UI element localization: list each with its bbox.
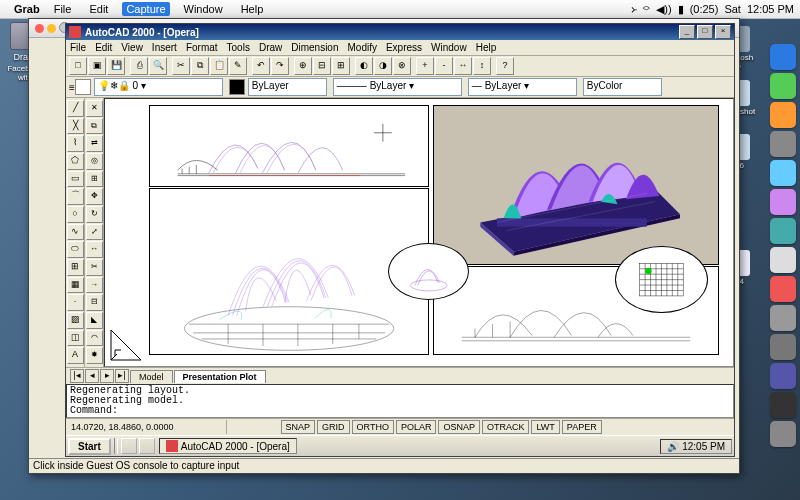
viewport-elevation[interactable] [149,105,429,187]
dock-app-icon[interactable] [770,102,796,128]
tab-prev-button[interactable]: ◂ [85,369,99,383]
volume-icon[interactable]: ◀)) [656,3,671,16]
erase-tool-icon[interactable]: ✕ [86,100,103,117]
tool-button[interactable]: + [416,57,434,75]
osnap-toggle[interactable]: OSNAP [438,420,480,434]
pline-tool-icon[interactable]: ⌇ [67,135,84,152]
layer-combo[interactable]: 💡❄🔒 0 ▾ [94,78,223,96]
tab-next-button[interactable]: ▸ [100,369,114,383]
dock-app-icon[interactable] [770,73,796,99]
layer-color-swatch[interactable] [75,79,91,95]
dock-app-icon[interactable] [770,276,796,302]
acad-menu-window[interactable]: Window [431,42,467,53]
dock-app-icon[interactable] [770,247,796,273]
offset-tool-icon[interactable]: ◎ [86,153,103,170]
tab-presentation-plot[interactable]: Presentation Plot [174,370,266,383]
break-tool-icon[interactable]: ⊟ [86,294,103,311]
mac-app-name[interactable]: Grab [14,3,40,15]
viewport-detail-2[interactable] [615,246,708,313]
mac-menu-file[interactable]: File [50,2,76,16]
maximize-button[interactable]: □ [697,25,713,39]
tool-button[interactable]: - [435,57,453,75]
tool-button[interactable]: ↔ [454,57,472,75]
chamfer-tool-icon[interactable]: ◣ [86,312,103,329]
mirror-tool-icon[interactable]: ⇄ [86,135,103,152]
battery-icon[interactable]: ▮ [678,3,684,16]
undo-button[interactable]: ↶ [252,57,270,75]
text-tool-icon[interactable]: A [67,347,84,364]
dock-app-icon[interactable] [770,160,796,186]
taskbar-task[interactable]: AutoCAD 2000 - [Opera] [159,438,297,454]
save-button[interactable]: 💾 [107,57,125,75]
minimize-traffic-light[interactable] [47,24,56,33]
command-line[interactable]: Regenerating layout. Regenerating model.… [66,384,734,418]
tool-button[interactable]: ⊟ [313,57,331,75]
new-button[interactable]: □ [69,57,87,75]
dock-app-icon[interactable] [770,363,796,389]
tool-button[interactable]: ↕ [473,57,491,75]
dock-app-icon[interactable] [770,189,796,215]
quicklaunch-icon[interactable] [139,438,155,454]
tool-button[interactable]: ◐ [355,57,373,75]
ellipse-tool-icon[interactable]: ⬭ [67,241,84,258]
paper-toggle[interactable]: PAPER [562,420,602,434]
bluetooth-icon[interactable]: ᚛ [631,3,637,16]
explode-tool-icon[interactable]: ✸ [86,347,103,364]
dock-app-icon[interactable] [770,334,796,360]
xline-tool-icon[interactable]: ╳ [67,118,84,135]
grid-toggle[interactable]: GRID [317,420,350,434]
spline-tool-icon[interactable]: ∿ [67,224,84,241]
acad-menu-draw[interactable]: Draw [259,42,282,53]
region-tool-icon[interactable]: ◫ [67,330,84,347]
insert-tool-icon[interactable]: ⊞ [67,259,84,276]
trim-tool-icon[interactable]: ✂ [86,259,103,276]
acad-menu-view[interactable]: View [121,42,143,53]
plotstyle-combo[interactable]: ByColor [583,78,662,96]
array-tool-icon[interactable]: ⊞ [86,171,103,188]
tool-button[interactable]: ⊕ [294,57,312,75]
ortho-toggle[interactable]: ORTHO [352,420,394,434]
hatch-tool-icon[interactable]: ▨ [67,312,84,329]
scale-tool-icon[interactable]: ⤢ [86,224,103,241]
dock-app-icon[interactable] [770,218,796,244]
tool-button[interactable]: ⊗ [393,57,411,75]
drawing-area[interactable] [104,98,734,367]
tab-last-button[interactable]: ▸| [115,369,129,383]
acad-menu-insert[interactable]: Insert [152,42,177,53]
acad-menu-tools[interactable]: Tools [227,42,250,53]
acad-menu-help[interactable]: Help [476,42,497,53]
close-traffic-light[interactable] [35,24,44,33]
print-button[interactable]: ⎙ [130,57,148,75]
wifi-icon[interactable]: ⌔ [643,3,650,15]
mac-menu-edit[interactable]: Edit [85,2,112,16]
circle-tool-icon[interactable]: ○ [67,206,84,223]
copy-button[interactable]: ⧉ [191,57,209,75]
lineweight-combo[interactable]: — ByLayer ▾ [468,78,577,96]
acad-menu-file[interactable]: File [70,42,86,53]
acad-menu-format[interactable]: Format [186,42,218,53]
dock-app-icon[interactable] [770,305,796,331]
polar-toggle[interactable]: POLAR [396,420,437,434]
acad-menu-edit[interactable]: Edit [95,42,112,53]
mac-menu-capture[interactable]: Capture [122,2,169,16]
dock-app-icon[interactable] [770,392,796,418]
paste-button[interactable]: 📋 [210,57,228,75]
preview-button[interactable]: 🔍 [149,57,167,75]
stretch-tool-icon[interactable]: ↔ [86,241,103,258]
viewport-detail-1[interactable] [388,243,470,300]
mac-menu-window[interactable]: Window [180,2,227,16]
block-tool-icon[interactable]: ▦ [67,277,84,294]
point-tool-icon[interactable]: · [67,294,84,311]
acad-menu-modify[interactable]: Modify [348,42,377,53]
line-tool-icon[interactable]: ╱ [67,100,84,117]
dock-finder-icon[interactable] [770,44,796,70]
minimize-button[interactable]: _ [679,25,695,39]
copy-tool-icon[interactable]: ⧉ [86,118,103,135]
acad-menu-dimension[interactable]: Dimension [291,42,338,53]
dock-trash-icon[interactable] [770,421,796,447]
quicklaunch-icon[interactable] [121,438,137,454]
fillet-tool-icon[interactable]: ◠ [86,330,103,347]
otrack-toggle[interactable]: OTRACK [482,420,530,434]
system-tray[interactable]: 🔊 12:05 PM [660,439,732,454]
linetype-combo[interactable]: ——— ByLayer ▾ [333,78,462,96]
